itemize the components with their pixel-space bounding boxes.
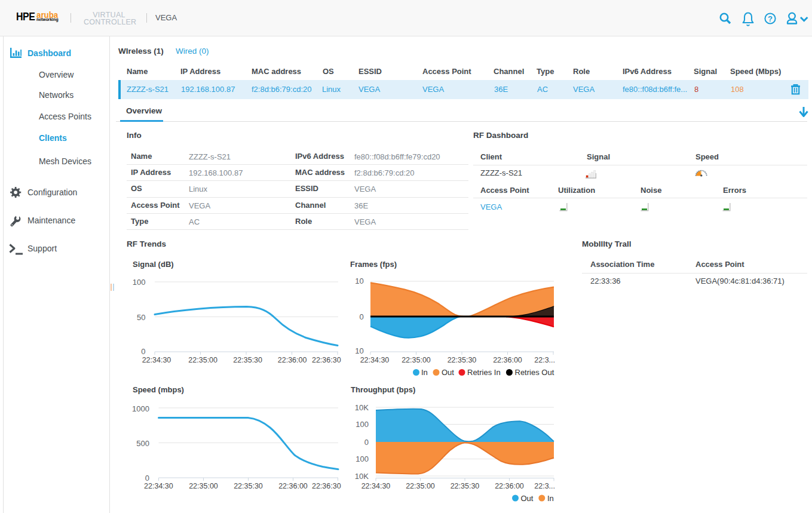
svg-text:22:34:30: 22:34:30 <box>360 356 390 364</box>
svg-text:100: 100 <box>133 278 146 287</box>
svg-text:10K: 10K <box>355 403 369 412</box>
svg-text:1000: 1000 <box>132 404 149 413</box>
svg-text:Retries In: Retries In <box>467 368 501 377</box>
svg-text:22:36:30: 22:36:30 <box>312 482 341 490</box>
svg-text:22:35:30: 22:35:30 <box>233 356 262 364</box>
svg-text:22:35:30: 22:35:30 <box>448 356 477 364</box>
svg-text:22:34:30: 22:34:30 <box>144 482 173 490</box>
svg-text:22:35:00: 22:35:00 <box>188 356 217 364</box>
svg-text:22:36:30: 22:36:30 <box>312 356 341 364</box>
svg-text:In: In <box>421 368 428 377</box>
svg-text:?: ? <box>768 14 773 23</box>
svg-text:22:36:00: 22:36:00 <box>493 356 522 364</box>
svg-text:Out: Out <box>442 368 454 377</box>
svg-text:500: 500 <box>136 439 149 448</box>
svg-text:22:35:00: 22:35:00 <box>406 482 435 490</box>
svg-text:0: 0 <box>364 438 369 447</box>
svg-text:0: 0 <box>360 312 364 321</box>
svg-text:0: 0 <box>141 347 145 356</box>
svg-text:50: 50 <box>137 313 145 322</box>
svg-text:22:3...: 22:3... <box>534 482 555 490</box>
svg-text:22:35:30: 22:35:30 <box>451 482 480 490</box>
svg-text:22:36:00: 22:36:00 <box>278 482 308 490</box>
svg-text:22:34:30: 22:34:30 <box>361 482 391 490</box>
svg-text:Retries Out: Retries Out <box>515 368 554 377</box>
svg-text:22:34:30: 22:34:30 <box>142 356 171 364</box>
svg-text:22:35:00: 22:35:00 <box>402 356 431 364</box>
svg-text:10: 10 <box>355 346 363 355</box>
svg-text:22:35:00: 22:35:00 <box>189 482 218 490</box>
svg-text:22:36:00: 22:36:00 <box>495 482 524 490</box>
svg-text:Out: Out <box>521 494 534 503</box>
svg-text:10K: 10K <box>355 472 369 481</box>
svg-text:22:3...: 22:3... <box>534 356 555 364</box>
svg-text:22:35:30: 22:35:30 <box>234 482 263 490</box>
svg-text:100: 100 <box>356 420 369 429</box>
svg-text:10: 10 <box>355 277 363 285</box>
svg-text:100: 100 <box>356 454 369 463</box>
svg-text:22:36:00: 22:36:00 <box>278 356 307 364</box>
svg-text:In: In <box>547 494 554 503</box>
